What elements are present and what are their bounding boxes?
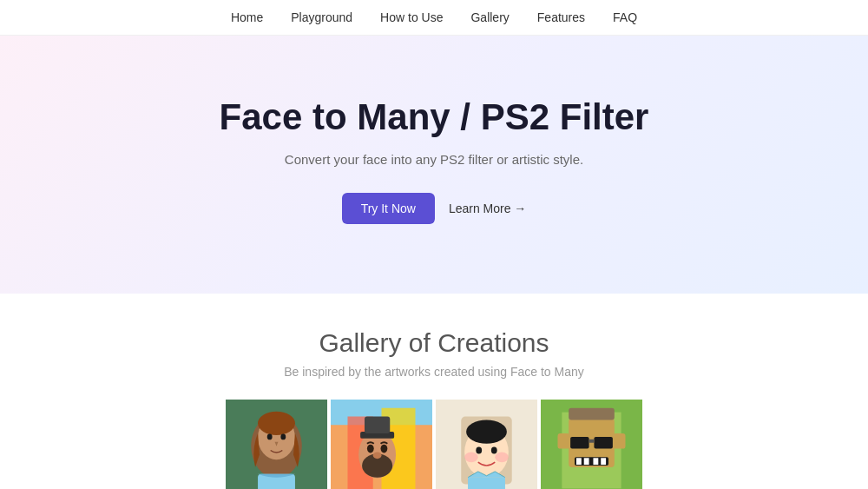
svg-rect-17 <box>365 417 390 434</box>
gallery-item-ps1[interactable]: PS1 graphics ... <box>541 400 642 489</box>
svg-rect-37 <box>593 458 598 465</box>
gallery-item-tintin[interactable]: Tintin style <box>436 400 537 489</box>
svg-point-13 <box>367 445 374 453</box>
gallery-item-crayon[interactable]: Crayon Style <box>331 400 432 489</box>
hero-section: Face to Many / PS2 Filter Convert your f… <box>0 36 868 294</box>
try-it-now-button[interactable]: Try It Now <box>342 193 435 224</box>
learn-more-button[interactable]: Learn More → <box>449 202 526 215</box>
svg-point-5 <box>280 433 286 439</box>
svg-point-14 <box>381 445 388 453</box>
svg-point-15 <box>373 452 382 459</box>
svg-rect-33 <box>589 439 595 443</box>
gallery-item-3d[interactable]: 3D Style <box>226 400 327 489</box>
gallery-subtitle: Be inspired by the artworks created usin… <box>17 365 851 379</box>
svg-rect-39 <box>569 408 615 420</box>
svg-rect-27 <box>468 478 505 489</box>
gallery-section: Gallery of Creations Be inspired by the … <box>0 294 868 489</box>
nav-features[interactable]: Features <box>537 10 585 24</box>
svg-point-22 <box>466 420 507 443</box>
svg-rect-32 <box>594 437 612 449</box>
svg-rect-36 <box>584 458 589 465</box>
gallery-grid: 3D Style <box>226 400 642 489</box>
nav-playground[interactable]: Playground <box>291 10 352 24</box>
svg-point-4 <box>267 433 273 439</box>
svg-rect-31 <box>570 437 589 449</box>
main-nav: Home Playground How to Use Gallery Featu… <box>0 0 868 36</box>
hero-title: Face to Many / PS2 Filter <box>17 96 851 138</box>
svg-point-26 <box>491 447 497 454</box>
svg-point-24 <box>495 452 509 462</box>
nav-home[interactable]: Home <box>231 10 263 24</box>
svg-rect-35 <box>576 458 582 465</box>
hero-subtitle: Convert your face into any PS2 filter or… <box>17 152 851 167</box>
svg-point-3 <box>258 412 295 435</box>
hero-buttons: Try It Now Learn More → <box>17 193 851 224</box>
svg-rect-38 <box>601 458 606 465</box>
svg-point-23 <box>464 452 478 462</box>
svg-rect-41 <box>614 433 626 449</box>
nav-how-to-use[interactable]: How to Use <box>380 10 443 24</box>
nav-faq[interactable]: FAQ <box>613 10 637 24</box>
gallery-title: Gallery of Creations <box>17 328 851 358</box>
nav-gallery[interactable]: Gallery <box>470 10 509 24</box>
svg-point-25 <box>476 447 482 454</box>
svg-rect-40 <box>558 433 570 449</box>
